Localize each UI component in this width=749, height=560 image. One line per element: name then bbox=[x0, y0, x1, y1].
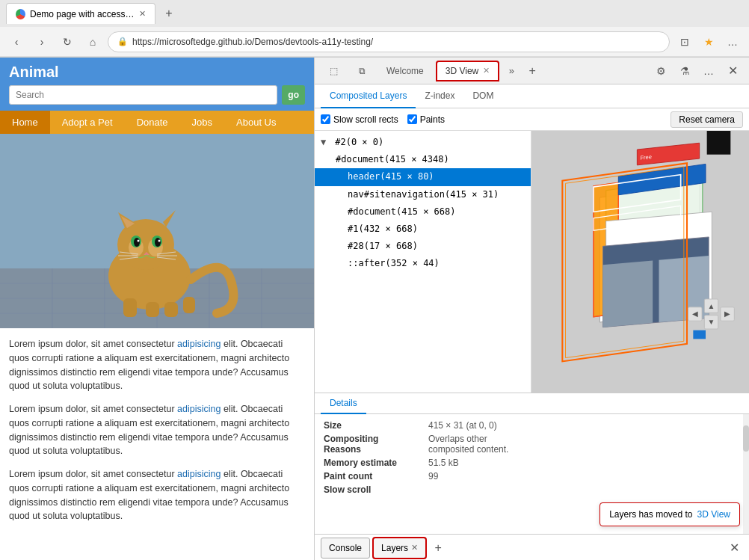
svg-rect-35 bbox=[707, 131, 731, 155]
address-bar[interactable]: 🔒 https://microsoftedge.github.io/Demos/… bbox=[108, 31, 670, 52]
detail-val-size: 415 × 31 (at 0, 0) bbox=[428, 420, 497, 431]
refresh-button[interactable]: ↻ bbox=[57, 31, 78, 52]
devtools-tab-welcome[interactable]: Welcome bbox=[377, 61, 433, 81]
site-nav-adopt[interactable]: Adopt a Pet bbox=[50, 111, 125, 134]
svg-text:▼: ▼ bbox=[708, 318, 715, 326]
site-link-1[interactable]: adipisicing bbox=[177, 339, 221, 349]
site-nav-home[interactable]: Home bbox=[0, 111, 50, 134]
svg-rect-30 bbox=[123, 298, 137, 317]
3d-view-canvas: Free ▲ ▼ ◀ ▶ bbox=[531, 131, 749, 393]
panel-tab-composited[interactable]: Composited Layers bbox=[321, 84, 416, 108]
tree-item-nav[interactable]: nav#sitenavigation(415 × 31) bbox=[315, 186, 531, 203]
tree-item-root[interactable]: ▼ #2(0 × 0) bbox=[315, 134, 531, 151]
tab-close-btn[interactable]: ✕ bbox=[139, 9, 146, 19]
more-tabs-button[interactable]: » bbox=[502, 62, 520, 80]
3dview-tab-label: 3D View bbox=[446, 66, 478, 76]
inspect-icon: ⬚ bbox=[330, 66, 338, 76]
layers-bottom-tab[interactable]: Layers ✕ bbox=[373, 538, 426, 559]
devtools-tab-3dview[interactable]: 3D View ✕ bbox=[436, 61, 499, 81]
layers-tab-close[interactable]: ✕ bbox=[411, 543, 418, 553]
svg-rect-44 bbox=[603, 260, 653, 327]
main-area: Animal go Home Adopt a Pet Donate Jobs A… bbox=[0, 58, 749, 560]
tree-toggle-root: ▼ bbox=[321, 135, 330, 150]
site-link-2[interactable]: adipisicing bbox=[177, 404, 221, 414]
tab-title: Demo page with accessibility iss bbox=[30, 9, 135, 19]
console-bottom-tab[interactable]: Console bbox=[321, 538, 370, 559]
tree-item-1[interactable]: #1(432 × 668) bbox=[315, 221, 531, 238]
tree-item-document-label: #document(415 × 4348) bbox=[336, 154, 449, 164]
site-content: Lorem ipsum dolor, sit amet consectetur … bbox=[0, 328, 314, 520]
site-nav-donate[interactable]: Donate bbox=[125, 111, 180, 134]
address-text: https://microsoftedge.github.io/Demos/de… bbox=[132, 37, 660, 47]
panel-tab-dom[interactable]: DOM bbox=[463, 84, 502, 108]
site-header: Animal go bbox=[0, 58, 314, 111]
svg-point-22 bbox=[158, 240, 161, 242]
experiments-button[interactable]: ⚗ bbox=[674, 61, 695, 81]
devtools-right-actions: ⚙ ⚗ … ✕ bbox=[650, 61, 743, 81]
slow-scroll-rects-checkbox-label[interactable]: Slow scroll rects bbox=[321, 114, 398, 125]
devtools-close-button[interactable]: ✕ bbox=[722, 61, 743, 81]
toast-text: Layers has moved to bbox=[609, 509, 692, 520]
tree-item-28-label: #28(17 × 668) bbox=[348, 241, 418, 251]
site-paragraph-3: Lorem ipsum dolor, sit amet consectetur … bbox=[9, 467, 305, 520]
add-bottom-tab-button[interactable]: + bbox=[429, 539, 447, 557]
paints-checkbox[interactable] bbox=[407, 114, 417, 124]
detail-key-compositing: CompositingReasons bbox=[324, 434, 428, 455]
new-tab-button[interactable]: + bbox=[158, 3, 179, 24]
tab-favicon bbox=[16, 9, 25, 19]
tab-bar: Demo page with accessibility iss ✕ + bbox=[0, 0, 749, 27]
site-hero-image bbox=[0, 134, 314, 328]
notification-toast: Layers has moved to 3D View bbox=[599, 502, 740, 526]
panel-tab-bar: Composited Layers Z-index DOM bbox=[315, 84, 749, 108]
nav-bar: ‹ › ↻ ⌂ 🔒 https://microsoftedge.github.i… bbox=[0, 27, 749, 57]
browser-chrome: Demo page with accessibility iss ✕ + ‹ ›… bbox=[0, 0, 749, 58]
panel-tab-zindex[interactable]: Z-index bbox=[416, 84, 463, 108]
tree-item-document2[interactable]: #document(415 × 668) bbox=[315, 203, 531, 221]
tree-item-header[interactable]: header(415 × 80) bbox=[315, 168, 531, 185]
devtools-tab-responsive[interactable]: ⧉ bbox=[350, 61, 374, 81]
details-tab[interactable]: Details bbox=[321, 393, 366, 414]
tree-item-document[interactable]: #document(415 × 4348) bbox=[315, 151, 531, 168]
devtools-panel: ⬚ ⧉ Welcome 3D View ✕ » + ⚙ ⚗ … ✕ Compo bbox=[314, 58, 749, 560]
site-nav-jobs[interactable]: Jobs bbox=[180, 111, 224, 134]
add-tab-button[interactable]: + bbox=[523, 62, 541, 80]
welcome-tab-label: Welcome bbox=[386, 66, 424, 76]
detail-val-memory: 51.5 kB bbox=[428, 458, 459, 468]
close-bottom-bar-button[interactable]: ✕ bbox=[725, 539, 743, 557]
site-paragraph-1: Lorem ipsum dolor, sit amet consectetur … bbox=[9, 337, 305, 393]
detail-key-memory: Memory estimate bbox=[324, 458, 428, 468]
reset-camera-button[interactable]: Reset camera bbox=[671, 111, 743, 128]
slow-scroll-rects-checkbox[interactable] bbox=[321, 114, 330, 124]
tree-root-label: #2(0 × 0) bbox=[335, 137, 383, 147]
more-devtools-options[interactable]: … bbox=[698, 61, 719, 81]
3dview-tab-close[interactable]: ✕ bbox=[483, 66, 490, 76]
site-search-button[interactable]: go bbox=[282, 85, 305, 105]
tree-item-28[interactable]: #28(17 × 668) bbox=[315, 238, 531, 255]
svg-point-20 bbox=[155, 238, 161, 247]
back-button[interactable]: ‹ bbox=[6, 31, 27, 52]
tree-item-document2-label: #document(415 × 668) bbox=[348, 206, 456, 217]
site-search-input[interactable] bbox=[9, 85, 277, 105]
forward-button[interactable]: › bbox=[31, 31, 52, 52]
browser-tab[interactable]: Demo page with accessibility iss ✕ bbox=[6, 3, 155, 24]
svg-rect-52 bbox=[693, 330, 706, 339]
site-link-3[interactable]: adipisicing bbox=[177, 469, 221, 479]
details-scrollbar-track[interactable] bbox=[743, 414, 749, 534]
nav-right: ⊡ ★ … bbox=[674, 31, 743, 52]
settings-button[interactable]: ⚙ bbox=[650, 61, 671, 81]
more-options-button[interactable]: … bbox=[722, 31, 743, 52]
details-tab-bar: Details bbox=[315, 393, 749, 414]
site-nav: Home Adopt a Pet Donate Jobs About Us bbox=[0, 111, 314, 134]
site-nav-about[interactable]: About Us bbox=[224, 111, 288, 134]
console-tab-label: Console bbox=[329, 543, 362, 553]
paints-checkbox-label[interactable]: Paints bbox=[407, 114, 445, 125]
devtools-tab-inspect[interactable]: ⬚ bbox=[321, 61, 347, 81]
details-scrollbar-thumb[interactable] bbox=[743, 425, 749, 452]
toast-link[interactable]: 3D View bbox=[697, 509, 730, 520]
tree-item-after[interactable]: ::after(352 × 44) bbox=[315, 255, 531, 272]
favorites-button[interactable]: ★ bbox=[698, 31, 719, 52]
svg-point-19 bbox=[134, 238, 140, 247]
website-panel: Animal go Home Adopt a Pet Donate Jobs A… bbox=[0, 58, 314, 560]
home-button[interactable]: ⌂ bbox=[82, 31, 103, 52]
collections-button[interactable]: ⊡ bbox=[674, 31, 695, 52]
